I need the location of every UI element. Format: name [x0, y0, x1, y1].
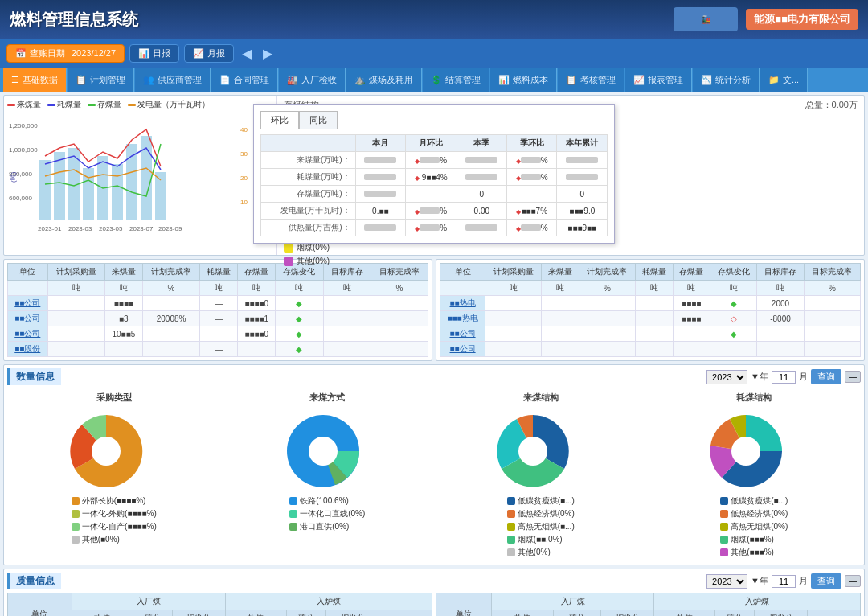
tooltip-quarter-0	[457, 152, 507, 169]
right-cell-2-5	[673, 326, 710, 342]
storage-legend-3: 烟煤(0%)	[284, 242, 858, 253]
qth-rcright-2: 挥发分Var	[601, 610, 654, 617]
left-cell-1-7	[323, 311, 371, 326]
pie-laimei	[279, 407, 375, 495]
calendar-icon: 📅	[15, 48, 27, 59]
left-cell-3-3	[142, 342, 199, 357]
tooltip-year-4: ■■■9■■	[557, 220, 608, 236]
quality-section-header: 质量信息 2023 ▼年 月 查询 —	[7, 573, 861, 589]
left-cell-0-0[interactable]: ■■公司	[8, 296, 48, 311]
tooltip-row-4: 供热量(万吉焦)： ◆% ◆% ■■■9■■	[261, 220, 608, 236]
tooltip-mpct-1: ◆ 9■■4%	[406, 169, 457, 186]
next-arrow[interactable]: ▶	[260, 46, 276, 61]
nav-考核管理[interactable]: 📋 考核管理	[558, 68, 624, 92]
nav-供应商管理[interactable]: 👥 供应商管理	[135, 68, 211, 92]
right-table-row: ■■公司◆	[440, 326, 861, 342]
tooltip-mpct-0: ◆%	[406, 152, 457, 169]
qty-month-input[interactable]	[772, 371, 796, 384]
nav-label-1: 计划管理	[90, 74, 125, 86]
quality-query-btn[interactable]: 查询	[811, 573, 841, 589]
nav-入厂检收[interactable]: 🏭 入厂检收	[279, 68, 346, 92]
legend-dot-haomei	[47, 104, 55, 106]
lth-3: 计划完成率	[142, 264, 199, 281]
svg-text:1,000,000: 1,000,000	[9, 146, 38, 154]
monthly-btn[interactable]: 📈 月报	[184, 44, 234, 63]
qty-year-select[interactable]: 2023	[706, 370, 747, 384]
chart-haomei-struct-title: 耗煤结构	[736, 392, 772, 404]
right-cell-1-0[interactable]: ■■■热电	[440, 311, 485, 326]
storage-total: 总量：0.00万	[805, 99, 858, 111]
chart-laimei-struct-title: 来煤结构	[523, 392, 559, 404]
quality-month-input[interactable]	[772, 575, 796, 588]
right-table-body: ■■热电■■■■◆2000■■■热电■■■■◇-8000■■公司◆■■公司	[440, 296, 861, 357]
right-cell-0-0[interactable]: ■■热电	[440, 296, 485, 311]
tooltip-mpct-3: ◆%	[406, 203, 457, 220]
right-cell-0-8	[804, 296, 860, 311]
daily-btn[interactable]: 📊 日报	[129, 44, 179, 63]
pie-dot-laimei-1	[289, 510, 297, 518]
nav-icon-10: 📉	[701, 75, 712, 85]
qty-query-btn[interactable]: 查询	[811, 369, 841, 384]
pie-label-laimei-2: 港口直供(0%)	[300, 521, 349, 532]
lth-0: 单位	[8, 264, 48, 281]
tooltip-qpct-2: —	[507, 186, 557, 203]
left-cell-2-5: ■■■■0	[238, 326, 276, 342]
left-cell-1-0[interactable]: ■■公司	[8, 311, 48, 326]
prev-arrow[interactable]: ◀	[239, 46, 255, 61]
quality-year-select[interactable]: 2023	[706, 574, 747, 589]
qty-collapse-btn[interactable]: —	[845, 371, 861, 383]
left-cell-2-7	[323, 326, 371, 342]
runit-6: 吨	[710, 281, 756, 296]
nav-基础数据[interactable]: ☰ 基础数据	[3, 68, 67, 92]
tooltip-tab-huanbi[interactable]: 环比	[260, 111, 299, 129]
left-cell-2-4: —	[200, 326, 238, 342]
left-cell-2-0[interactable]: ■■公司	[8, 326, 48, 342]
nav-燃料成本[interactable]: 📊 燃料成本	[490, 68, 557, 92]
header-title: 燃料管理信息系统	[10, 9, 138, 31]
pie-label-caigou-0: 外部长协(■■■■%)	[82, 495, 146, 507]
right-cell-2-7	[757, 326, 804, 342]
right-cell-1-8	[804, 311, 860, 326]
date-btn[interactable]: 📅 查账日期 2023/12/27	[6, 44, 125, 63]
pie-laimei-struct-l1: 低热经济煤(0%)	[507, 508, 575, 519]
left-cell-3-0[interactable]: ■■股份	[8, 342, 48, 357]
pie-label-laimei-struct-3: 烟煤(■■.0%)	[518, 534, 563, 545]
nav-煤场及耗用[interactable]: ⛰️ 煤场及耗用	[346, 68, 422, 92]
right-cell-3-0[interactable]: ■■公司	[440, 342, 485, 357]
tooltip-row-3: 发电量(万千瓦时)： 0.■■ ◆% 0.00 ◆■■■7% ■■■9.0	[261, 203, 608, 220]
right-cell-0-7: 2000	[757, 296, 804, 311]
pie-label-laimei-struct-0: 低碳贫瘦煤(■...)	[518, 495, 575, 507]
left-cell-0-2: ■■■■	[104, 296, 142, 311]
tooltip-quarter-3: 0.00	[457, 203, 507, 220]
nav-报表管理[interactable]: 📈 报表管理	[625, 68, 692, 92]
nav-label-0: 基础数据	[23, 74, 58, 86]
svg-rect-8	[39, 160, 51, 220]
nav-合同管理[interactable]: 📄 合同管理	[211, 68, 278, 92]
nav-统计分析[interactable]: 📉 统计分析	[693, 68, 760, 92]
runit-3: %	[579, 281, 635, 296]
quality-collapse-btn[interactable]: —	[845, 575, 861, 587]
th-quarter: 本季	[457, 135, 507, 152]
pie-laimei-l1: 一体化口直线(0%)	[289, 508, 365, 519]
svg-point-29	[518, 437, 547, 466]
nav-计划管理[interactable]: 📋 计划管理	[68, 68, 134, 92]
nav-文档[interactable]: 📁 文...	[760, 68, 808, 92]
tooltip-tab-tongbi[interactable]: 同比	[299, 111, 338, 129]
pie-dot-haomei-struct-0	[720, 497, 728, 505]
nav-icon-11: 📁	[768, 75, 780, 85]
chart-legend: 来煤量 耗煤量 存煤量 发电量（万千瓦时）	[7, 99, 273, 110]
left-cell-1-8	[371, 311, 428, 326]
pie-haomei-struct-l0: 低碳贫瘦煤(■...)	[720, 495, 788, 507]
tooltip-tabs: 环比 同比	[260, 111, 608, 129]
pie-dot-laimei-2	[289, 523, 297, 531]
legend-laimei: 来煤量	[7, 99, 41, 110]
left-cell-1-2: ■3	[104, 311, 142, 326]
date-value: 2023/12/27	[72, 48, 116, 58]
lth-4: 耗煤量	[200, 264, 238, 281]
right-cell-2-0[interactable]: ■■公司	[440, 326, 485, 342]
chart-laimei-title: 来煤方式	[309, 392, 345, 404]
pie-laimei-struct-l0: 低碳贫瘦煤(■...)	[507, 495, 575, 507]
right-cell-3-5	[673, 342, 710, 357]
nav-结算管理[interactable]: 💲 结算管理	[423, 68, 489, 92]
quality-right: 单位 入厂煤 入炉煤 热值Qnet_ar 硫分Star 挥发分Var 热值Qne…	[436, 593, 861, 616]
